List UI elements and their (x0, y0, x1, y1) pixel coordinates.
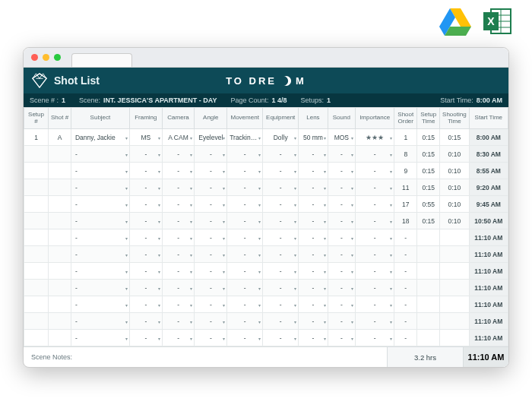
cell-lens[interactable]: -▾ (299, 179, 328, 196)
minimize-dot[interactable] (43, 54, 49, 61)
col-header[interactable]: Shooting Time (440, 108, 469, 129)
cell-equipment[interactable]: -▾ (263, 330, 299, 346)
cell-equipment[interactable]: Dolly▾ (263, 129, 299, 146)
cell-shot[interactable] (49, 246, 71, 263)
cell-movement[interactable]: -▾ (227, 229, 263, 246)
cell-start[interactable]: 11:10 AM (469, 330, 508, 346)
cell-shtime[interactable] (440, 330, 469, 346)
cell-subject[interactable]: -▾ (71, 196, 129, 213)
cell-shtime[interactable]: 0:10 (440, 146, 469, 163)
cell-shot[interactable] (49, 296, 71, 313)
dropdown-caret-icon[interactable]: ▾ (125, 335, 128, 340)
cell-angle[interactable]: -▾ (195, 246, 227, 263)
cell-shtime[interactable]: 0:10 (440, 179, 469, 196)
dropdown-caret-icon[interactable]: ▾ (390, 268, 392, 274)
dropdown-caret-icon[interactable]: ▾ (190, 251, 192, 257)
dropdown-caret-icon[interactable]: ▾ (324, 318, 326, 324)
dropdown-caret-icon[interactable]: ▾ (324, 218, 326, 223)
dropdown-caret-icon[interactable]: ▾ (223, 335, 225, 340)
dropdown-caret-icon[interactable]: ▾ (158, 302, 160, 307)
cell-shtime[interactable] (440, 229, 469, 246)
cell-angle[interactable]: -▾ (195, 229, 227, 246)
cell-sound[interactable]: -▾ (328, 163, 355, 179)
cell-importance[interactable]: -▾ (356, 330, 394, 346)
dropdown-caret-icon[interactable]: ▾ (258, 268, 261, 274)
dropdown-caret-icon[interactable]: ▾ (190, 201, 192, 207)
dropdown-caret-icon[interactable]: ▾ (294, 201, 296, 207)
cell-shtime[interactable] (440, 296, 469, 313)
cell-subject[interactable]: -▾ (71, 229, 129, 246)
dropdown-caret-icon[interactable]: ▾ (125, 218, 128, 223)
dropdown-caret-icon[interactable]: ▾ (190, 335, 192, 340)
cell-equipment[interactable]: -▾ (263, 313, 299, 330)
dropdown-caret-icon[interactable]: ▾ (223, 318, 225, 324)
cell-order[interactable]: - (394, 330, 417, 346)
cell-lens[interactable]: -▾ (299, 263, 328, 280)
dropdown-caret-icon[interactable]: ▾ (223, 285, 225, 290)
dropdown-caret-icon[interactable]: ▾ (158, 134, 160, 140)
cell-setup[interactable] (24, 296, 49, 313)
dropdown-caret-icon[interactable]: ▾ (351, 335, 353, 340)
cell-lens[interactable]: 50 mm▾ (299, 129, 328, 146)
dropdown-caret-icon[interactable]: ▾ (324, 185, 326, 190)
cell-start[interactable]: 9:20 AM (469, 179, 508, 196)
cell-stime[interactable]: 0:55 (417, 196, 440, 213)
dropdown-caret-icon[interactable]: ▾ (223, 268, 225, 274)
cell-sound[interactable]: -▾ (328, 263, 355, 280)
cell-subject[interactable]: Danny, Jackie▾ (71, 129, 129, 146)
cell-framing[interactable]: -▾ (129, 179, 162, 196)
cell-order[interactable]: 17 (394, 196, 417, 213)
cell-lens[interactable]: -▾ (299, 163, 328, 179)
cell-shot[interactable]: A (49, 129, 71, 146)
cell-start[interactable]: 11:10 AM (469, 313, 508, 330)
col-header[interactable]: Subject (71, 108, 129, 129)
dropdown-caret-icon[interactable]: ▾ (223, 201, 225, 207)
cell-framing[interactable]: -▾ (129, 330, 162, 346)
cell-camera[interactable]: -▾ (162, 263, 195, 280)
cell-setup[interactable] (24, 229, 49, 246)
dropdown-caret-icon[interactable]: ▾ (158, 151, 160, 157)
cell-lens[interactable]: -▾ (299, 313, 328, 330)
cell-start[interactable]: 8:30 AM (469, 146, 508, 163)
dropdown-caret-icon[interactable]: ▾ (223, 134, 225, 140)
cell-shtime[interactable] (440, 263, 469, 280)
cell-start[interactable]: 8:55 AM (469, 163, 508, 179)
dropdown-caret-icon[interactable]: ▾ (324, 302, 326, 307)
cell-lens[interactable]: -▾ (299, 229, 328, 246)
close-dot[interactable] (31, 54, 38, 61)
dropdown-caret-icon[interactable]: ▾ (258, 302, 261, 307)
dropdown-caret-icon[interactable]: ▾ (324, 151, 326, 157)
cell-angle[interactable]: -▾ (195, 146, 227, 163)
cell-subject[interactable]: -▾ (71, 163, 129, 179)
cell-importance[interactable]: -▾ (356, 280, 394, 296)
cell-order[interactable]: - (394, 263, 417, 280)
dropdown-caret-icon[interactable]: ▾ (294, 318, 296, 324)
cell-sound[interactable]: -▾ (328, 280, 355, 296)
cell-sound[interactable]: MOS▾ (328, 129, 355, 146)
cell-framing[interactable]: -▾ (129, 246, 162, 263)
cell-lens[interactable]: -▾ (299, 280, 328, 296)
cell-shtime[interactable] (440, 280, 469, 296)
dropdown-caret-icon[interactable]: ▾ (390, 168, 392, 173)
cell-framing[interactable]: -▾ (129, 146, 162, 163)
col-header[interactable]: Setup # (24, 108, 49, 129)
dropdown-caret-icon[interactable]: ▾ (125, 201, 128, 207)
cell-shot[interactable] (49, 179, 71, 196)
cell-order[interactable]: 9 (394, 163, 417, 179)
cell-lens[interactable]: -▾ (299, 196, 328, 213)
dropdown-caret-icon[interactable]: ▾ (294, 285, 296, 290)
cell-subject[interactable]: -▾ (71, 179, 129, 196)
cell-equipment[interactable]: -▾ (263, 163, 299, 179)
maximize-dot[interactable] (54, 54, 61, 61)
cell-importance[interactable]: -▾ (356, 196, 394, 213)
dropdown-caret-icon[interactable]: ▾ (190, 302, 192, 307)
dropdown-caret-icon[interactable]: ▾ (324, 251, 326, 257)
cell-subject[interactable]: -▾ (71, 313, 129, 330)
dropdown-caret-icon[interactable]: ▾ (390, 151, 392, 157)
col-header[interactable]: Equipment (263, 108, 299, 129)
cell-lens[interactable]: -▾ (299, 213, 328, 229)
dropdown-caret-icon[interactable]: ▾ (190, 185, 192, 190)
scene-notes-label[interactable]: Scene Notes: (24, 347, 387, 367)
dropdown-caret-icon[interactable]: ▾ (190, 268, 192, 274)
dropdown-caret-icon[interactable]: ▾ (351, 235, 353, 240)
